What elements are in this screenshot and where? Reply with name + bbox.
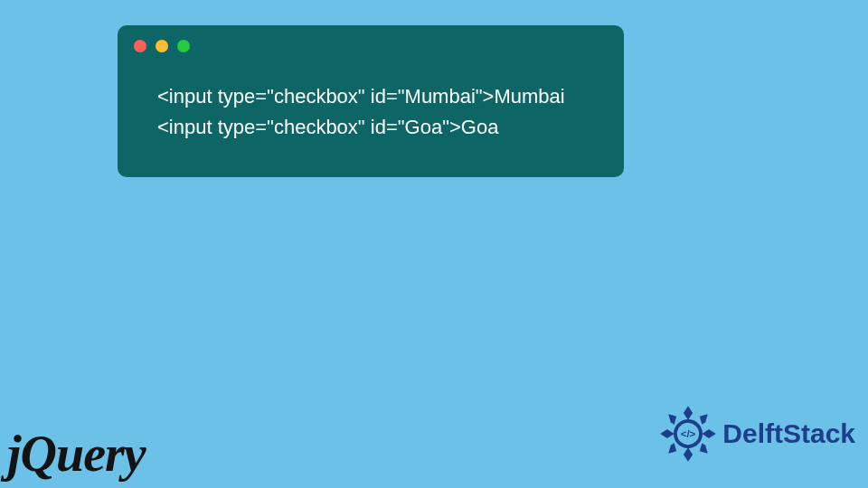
window-close-icon xyxy=(134,40,146,52)
svg-marker-2 xyxy=(661,429,675,438)
code-line: <input type="checkbox" id="Goa">Goa xyxy=(157,116,498,138)
svg-marker-4 xyxy=(669,414,677,425)
code-body: <input type="checkbox" id="Mumbai">Mumba… xyxy=(118,60,624,143)
window-minimize-icon xyxy=(156,40,168,52)
svg-text:</>: </> xyxy=(681,428,696,439)
svg-marker-1 xyxy=(684,447,693,461)
delftstack-logo: </> DelftStack xyxy=(659,405,855,463)
jquery-logo: jQuery xyxy=(7,425,146,483)
svg-marker-7 xyxy=(700,443,708,454)
delftstack-emblem-icon: </> xyxy=(659,405,717,463)
code-window: <input type="checkbox" id="Mumbai">Mumba… xyxy=(118,25,624,177)
code-line: <input type="checkbox" id="Mumbai">Mumba… xyxy=(157,85,565,108)
svg-marker-6 xyxy=(669,443,677,454)
window-controls xyxy=(118,25,624,60)
svg-marker-5 xyxy=(700,414,708,425)
svg-marker-3 xyxy=(703,429,716,438)
window-zoom-icon xyxy=(177,40,190,52)
delftstack-logo-text: DelftStack xyxy=(722,418,855,449)
jquery-logo-text: jQuery xyxy=(7,426,146,482)
svg-marker-0 xyxy=(684,406,693,419)
